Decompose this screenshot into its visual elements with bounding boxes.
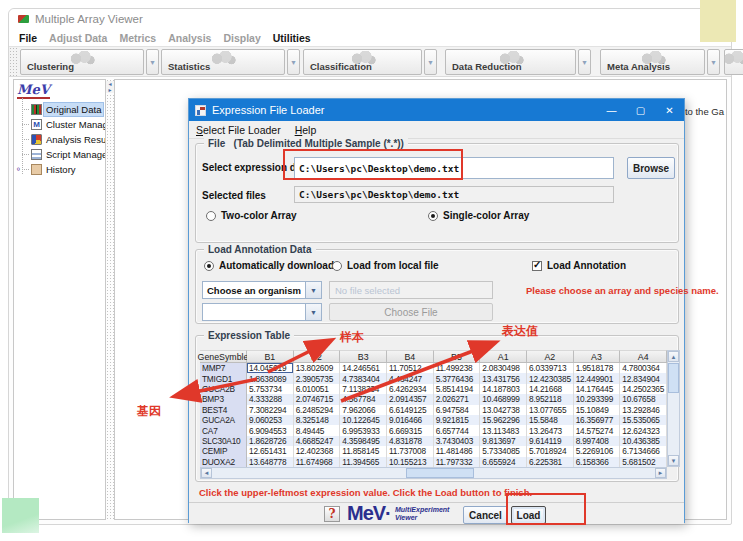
expression-cell[interactable]: 4.6685247 <box>294 436 341 446</box>
auto-download-radio-circle[interactable] <box>204 261 214 271</box>
two-color-array-radio[interactable]: Two-color Array <box>206 210 297 221</box>
help-button[interactable]: ? <box>324 506 340 522</box>
expand-toggle-icon[interactable]: ⚬ <box>15 165 22 174</box>
expression-cell[interactable]: 2.0914357 <box>387 394 434 404</box>
menu-file[interactable]: File <box>19 32 37 44</box>
expression-cell[interactable]: 15.5848 <box>527 415 574 425</box>
tree-item-cluster-manager[interactable]: MCluster Manager <box>16 117 106 131</box>
gene-cell[interactable]: DUOXA2 <box>200 457 247 467</box>
expression-cell[interactable]: 15.535065 <box>620 415 667 425</box>
toolbar-button-classification[interactable]: Classification <box>303 49 422 75</box>
load-local-radio-circle[interactable] <box>332 261 342 271</box>
column-header-b1[interactable]: B1 <box>247 350 294 363</box>
expression-cell[interactable]: 14.2502365 <box>620 384 667 394</box>
expression-cell[interactable]: 14.045919 <box>247 363 294 373</box>
expression-cell[interactable]: 6.0339713 <box>527 363 574 373</box>
toolbar-button-partial[interactable] <box>724 49 743 75</box>
maximize-button[interactable]: ▢ <box>626 99 655 121</box>
toolbar-dropdown-meta-analysis[interactable]: ▼ <box>707 49 720 75</box>
expression-cell[interactable]: 3.7430403 <box>434 436 481 446</box>
dialog-menu-select-file-loader[interactable]: Select File Loader <box>196 124 281 136</box>
horizontal-scrollbar[interactable]: ◄ ► <box>200 467 667 479</box>
expression-cell[interactable]: 6.9953933 <box>340 425 387 435</box>
choose-file-button[interactable]: Choose File <box>329 303 493 321</box>
expression-cell[interactable]: 11.394565 <box>340 457 387 467</box>
expression-cell[interactable]: 13.292846 <box>620 405 667 415</box>
scroll-down-icon[interactable]: ▼ <box>668 455 679 466</box>
single-color-array-radio[interactable]: Single-color Array <box>428 210 529 221</box>
organism-combobox[interactable]: Choose an organism ▼ <box>202 281 322 299</box>
expression-cell[interactable]: 2.026271 <box>434 394 481 404</box>
combo-dropdown-arrow-icon[interactable]: ▼ <box>305 304 321 320</box>
expression-cell[interactable]: 11.70512 <box>387 363 434 373</box>
expression-cell[interactable]: 10.155213 <box>387 457 434 467</box>
expression-cell[interactable]: 6.010051 <box>294 384 341 394</box>
column-header-genesymble[interactable]: GeneSymble <box>200 350 247 363</box>
expression-cell[interactable]: 15.962296 <box>480 415 527 425</box>
expression-cell[interactable]: 2.0830498 <box>480 363 527 373</box>
load-local-radio[interactable]: Load from local file <box>332 260 439 271</box>
toolbar-button-clustering[interactable]: Clustering <box>20 49 144 75</box>
gene-cell[interactable]: BMP3 <box>200 394 247 404</box>
column-header-a4[interactable]: A4 <box>620 350 667 363</box>
load-annotation-checkbox-box[interactable] <box>532 261 542 271</box>
toolbar-dropdown-data-reduction[interactable]: ▼ <box>578 49 591 75</box>
expression-cell[interactable]: 8.952118 <box>527 394 574 404</box>
expression-cell[interactable]: 8.325148 <box>294 415 341 425</box>
vertical-scrollbar[interactable]: ▲ ▼ <box>667 350 680 467</box>
expression-cell[interactable]: 7.3082294 <box>247 405 294 415</box>
expression-cell[interactable]: 10.468999 <box>480 394 527 404</box>
array-combobox[interactable]: ▼ <box>202 303 322 321</box>
expression-cell[interactable]: 11.499238 <box>434 363 481 373</box>
expression-cell[interactable]: 12.834904 <box>620 373 667 383</box>
column-header-b3[interactable]: B3 <box>340 350 387 363</box>
auto-download-radio[interactable]: Automatically download <box>204 260 334 271</box>
column-header-b5[interactable]: B5 <box>434 350 481 363</box>
expression-cell[interactable]: 13.077655 <box>527 405 574 415</box>
expression-cell[interactable]: 13.648778 <box>247 457 294 467</box>
column-header-a1[interactable]: A1 <box>480 350 527 363</box>
toolbar-button-data-reduction[interactable]: Data Reduction <box>445 49 576 75</box>
expression-cell[interactable]: 6.7134666 <box>620 446 667 456</box>
tree-item-script-manager[interactable]: Script Manager <box>16 147 106 161</box>
cancel-button[interactable]: Cancel <box>463 506 508 524</box>
expression-cell[interactable]: 6.158366 <box>574 457 621 467</box>
toolbar-dropdown-classification[interactable]: ▼ <box>424 49 437 75</box>
expression-cell[interactable]: 12.402368 <box>294 446 341 456</box>
expression-cell[interactable]: 13.802609 <box>294 363 341 373</box>
expression-cell[interactable]: 11.737008 <box>387 446 434 456</box>
load-annotation-checkbox[interactable]: Load Annotation <box>532 260 626 271</box>
expression-cell[interactable]: 16.356977 <box>574 415 621 425</box>
expression-cell[interactable]: 6.655924 <box>480 457 527 467</box>
scroll-up-icon[interactable]: ▲ <box>668 351 679 362</box>
expression-cell[interactable]: 6.6149125 <box>387 405 434 415</box>
expression-cell[interactable]: 8.997408 <box>574 436 621 446</box>
expression-cell[interactable]: 5.7018924 <box>527 446 574 456</box>
expression-cell[interactable]: 4.434247 <box>387 373 434 383</box>
gene-cell[interactable]: BEST4 <box>200 405 247 415</box>
expression-cell[interactable]: 14.575274 <box>574 425 621 435</box>
expression-cell[interactable]: 2.0746715 <box>294 394 341 404</box>
expression-cell[interactable]: 12.624323 <box>620 425 667 435</box>
expression-cell[interactable]: 9.614119 <box>527 436 574 446</box>
expression-cell[interactable]: 10.67658 <box>620 394 667 404</box>
horizontal-scrollbar-thumb[interactable] <box>406 468 474 478</box>
expression-cell[interactable]: 11.797332 <box>434 457 481 467</box>
expression-cell[interactable]: 4.831878 <box>387 436 434 446</box>
expression-cell[interactable]: 5.753734 <box>247 384 294 394</box>
column-header-a3[interactable]: A3 <box>574 350 621 363</box>
expression-cell[interactable]: 7.962066 <box>340 405 387 415</box>
expression-cell[interactable]: 6.669315 <box>387 425 434 435</box>
expression-cell[interactable]: 14.21668 <box>527 384 574 394</box>
expression-cell[interactable]: 14.246561 <box>340 363 387 373</box>
expression-cell[interactable]: 9.016466 <box>387 415 434 425</box>
gene-cell[interactable]: GUCA2B <box>200 384 247 394</box>
expression-cell[interactable]: 15.10849 <box>574 405 621 415</box>
toolbar-button-meta-analysis[interactable]: Meta Analysis <box>600 49 705 75</box>
expression-cell[interactable]: 6.2485294 <box>294 405 341 415</box>
expression-cell[interactable]: 12.449901 <box>574 373 621 383</box>
expression-cell[interactable]: 8.49445 <box>294 425 341 435</box>
expression-file-path-input[interactable]: C:\Users\pc\Desktop\demo.txt <box>294 157 614 179</box>
expression-cell[interactable]: 9.921815 <box>434 415 481 425</box>
expression-cell[interactable]: 6.225381 <box>527 457 574 467</box>
